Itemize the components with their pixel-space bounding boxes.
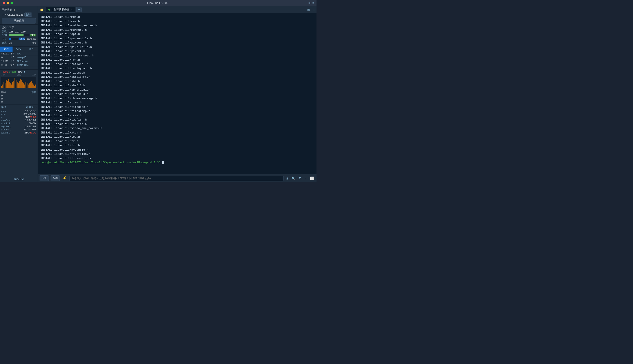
latency-val-0: 0	[1, 94, 36, 97]
terminal-line: INSTALL libavutil/parseutils.h	[41, 36, 314, 41]
proc-row: 0 1.7 kswapd0	[0, 56, 38, 59]
tab-add-button[interactable]: +	[76, 7, 82, 12]
terminal-line: INSTALL libavutil/timecode.h	[41, 105, 314, 109]
uptime-label: 运行 206 天	[2, 26, 14, 29]
tab-command[interactable]: 命令	[25, 46, 38, 52]
terminal-line: INSTALL libavutil/replaygain.h	[41, 66, 314, 71]
disk-size-header: 可用/大小	[26, 106, 36, 109]
disk-path-2: /	[1, 116, 2, 118]
history-button[interactable]: 历史	[40, 176, 49, 181]
terminal-line: INSTALL libavutil/spherical.h	[41, 88, 314, 92]
disk-row-dev: /dev 1.9G/1.9G	[1, 110, 36, 112]
disk-row-sysfs: /sys/fs/... 1.9G/1.9G	[1, 125, 36, 128]
latency-value: 0ms	[1, 91, 6, 94]
net-graph-bar	[26, 82, 26, 88]
net-dropdown-icon[interactable]: ▼	[23, 70, 26, 73]
net-graph-bar	[20, 79, 21, 88]
terminal-prompt-line: root@ubuntu20-hz-2020072:/usr/local/ffmp…	[41, 160, 314, 165]
download-icon[interactable]: ⬜	[309, 176, 315, 180]
load-row: 负载 0.65, 0.93, 0.69	[2, 30, 36, 33]
terminal-line: INSTALL libavutil/mem.h	[41, 19, 314, 24]
net-label-38k: 38K	[1, 74, 5, 76]
tab-server[interactable]: 1 聪哥的服务器 ✕	[46, 7, 75, 12]
net-graph-bar	[4, 82, 5, 88]
tab-bar: 📁 1 聪哥的服务器 ✕ + ⊞ ≡	[38, 6, 316, 13]
activate-link[interactable]: 激活/升级	[14, 178, 24, 180]
close-button[interactable]	[3, 2, 5, 4]
folder-icon[interactable]: 📁	[39, 7, 45, 12]
options-button[interactable]: 选项	[51, 176, 60, 181]
disk-row-runus: /run/us... 393M/393M	[1, 128, 36, 131]
terminal[interactable]: INSTALL libavutil/md5.hINSTALL libavutil…	[38, 13, 316, 174]
terminal-line: INSTALL libavutil/timestamp.h	[41, 109, 314, 114]
command-input[interactable]	[69, 176, 284, 181]
disk-path-4: /run/lock	[1, 122, 11, 125]
minimize-button[interactable]	[7, 2, 9, 4]
upload-icon[interactable]: ↑	[304, 176, 307, 180]
swap-label: 交换	[2, 41, 8, 44]
process-list: 467.3... 2.7 java 0 1.7 kswapd0 19.7M 1.…	[0, 52, 38, 70]
terminal-line: INSTALL libavutil/motion_vector.h	[41, 24, 314, 28]
tab-label: 1 聪哥的服务器	[51, 8, 69, 12]
settings-icon[interactable]: ⚙	[298, 176, 302, 180]
disk-size-7: 21G/39.2G	[24, 131, 36, 134]
terminal-line: INSTALL libavutil/tx.h	[41, 139, 314, 144]
sync-dot	[14, 9, 15, 11]
disk-row-run: /run 392M/393M	[1, 113, 36, 116]
terminal-line: INSTALL libavutil/lzo.h	[41, 143, 314, 148]
copy-ip-button[interactable]: 复制	[24, 12, 32, 17]
net-graph-bar	[1, 86, 2, 88]
tab-close-button[interactable]: ✕	[71, 8, 73, 11]
disk-row-root: / 21G/39.2G	[1, 116, 36, 118]
load-label: 负载	[2, 30, 8, 33]
menu-icon[interactable]: ≡	[312, 2, 314, 4]
disk-size-1: 392M/393M	[24, 113, 36, 116]
copy-icon[interactable]: ⎘	[285, 176, 289, 180]
cpu-row: CPU 74%	[2, 34, 36, 36]
net-graph-bar	[21, 80, 22, 88]
disk-size-0: 1.9G/1.9G	[25, 110, 36, 112]
network-graph	[1, 77, 36, 88]
terminal-line: INSTALL libavutil/md5.h	[41, 15, 314, 19]
proc-row: 8.7M 0.7 aliyun-ser...	[0, 63, 38, 67]
proc-row: 467.3... 2.7 java	[0, 52, 38, 56]
titlebar: FinalShell 3.9.8.2 ⊞ ≡	[0, 0, 316, 6]
sys-info-button[interactable]: 系统信息	[2, 18, 36, 24]
proc-mem-0: 467.3...	[1, 52, 10, 55]
net-graph-bar	[6, 80, 7, 88]
mem-label: 内存	[2, 37, 8, 40]
tab-cpu[interactable]: CPU	[13, 46, 25, 52]
process-tabs: 内存 CPU 命令	[0, 46, 38, 52]
sidebar-bottom: 激活/升级	[0, 176, 38, 182]
mem-row: 内存 26% 1G/3.8G	[2, 37, 36, 40]
grid-icon[interactable]: ⊞	[308, 2, 311, 4]
net-graph-bar	[9, 82, 10, 88]
list-view-icon[interactable]: ≡	[312, 8, 316, 12]
cpu-bar-fill	[9, 34, 24, 36]
net-graph-bar	[17, 82, 18, 88]
tab-memory[interactable]: 内存	[0, 46, 13, 52]
terminal-line: INSTALL libavutil/sha512.h	[41, 84, 314, 88]
terminal-line: INSTALL libavutil/random_seed.h	[41, 54, 314, 58]
terminal-line: INSTALL libavutil/samplefmt.h	[41, 75, 314, 79]
terminal-line: INSTALL libavutil/pixelutils.h	[41, 45, 314, 50]
proc-mem-2: 19.7M	[1, 60, 10, 62]
maximize-button[interactable]	[11, 2, 13, 4]
latency-val-1: 0	[1, 98, 36, 100]
net-graph-bar	[34, 86, 35, 88]
proc-name-1: kswapd0	[17, 56, 36, 58]
search-icon[interactable]: 🔍	[291, 176, 296, 180]
proc-cpu-0: 2.7	[11, 52, 16, 55]
proc-cpu-1: 1.7	[11, 56, 16, 58]
lightning-icon[interactable]: ⚡	[62, 176, 68, 181]
sidebar-header: 同步状态 IP 47.111.133.185 复制 系统信息	[0, 6, 38, 24]
proc-mem-1: 0	[1, 56, 10, 58]
proc-name-0: java	[17, 52, 36, 55]
net-graph-bar	[27, 84, 28, 88]
grid-view-icon[interactable]: ⊞	[306, 8, 311, 12]
terminal-line: INSTALL libavutil/pixdesc.h	[41, 40, 314, 45]
net-graph-bar	[11, 84, 12, 88]
sidebar: 同步状态 IP 47.111.133.185 复制 系统信息 运行 206 天 …	[0, 6, 38, 182]
mem-bar-bg	[9, 38, 18, 40]
terminal-line: INSTALL libavutil/avconfig.h	[41, 148, 314, 152]
